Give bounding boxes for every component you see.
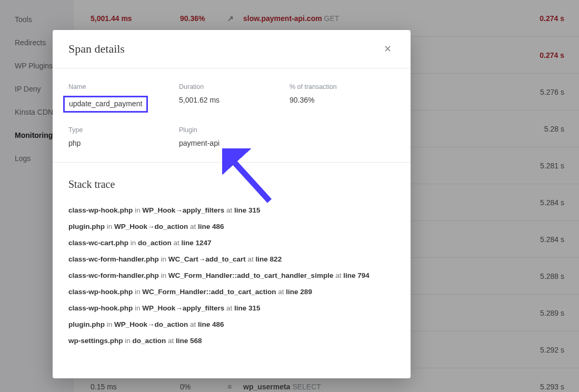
field-label: Name [68,83,179,91]
stack-trace-title: Stack trace [68,178,395,190]
field-value: php [68,139,179,147]
stack-frame: plugin.php in WP_Hook→do_action at line … [68,223,395,230]
field-pct: % of transaction 90.36% [290,83,395,113]
close-icon: ✕ [384,43,392,55]
frame-line: line 289 [286,288,312,296]
frame-file: class-wc-form-handler.php [68,272,159,279]
frame-file: class-wp-hook.php [68,304,133,312]
frame-line: line 822 [256,255,282,263]
stack-frame: class-wp-hook.php in WP_Hook→apply_filte… [68,206,395,214]
frame-function: WP_Hook→do_action [114,320,188,328]
modal-title: Span details [68,42,125,56]
field-value: 5,001.62 ms [179,96,290,104]
frame-function: WP_Hook→do_action [114,223,188,230]
field-value: update_card_payment [63,96,148,113]
frame-file: wp-settings.php [68,337,123,345]
frame-file: class-wc-form-handler.php [68,255,159,263]
field-label: Plugin [179,126,290,134]
frame-function: do_action [138,239,172,247]
frame-line: line 568 [176,337,202,345]
frame-line: line 486 [198,320,224,328]
frame-function: WP_Hook→apply_filters [142,304,224,312]
frame-function: WC_Form_Handler::add_to_cart_handler_sim… [168,272,334,279]
field-name: Name update_card_payment [68,83,179,113]
field-label: Type [68,126,179,134]
field-plugin: Plugin payment-api [179,126,290,147]
stack-frame: class-wc-form-handler.php in WC_Form_Han… [68,272,395,279]
field-label: Duration [179,83,290,91]
field-value: payment-api [179,139,290,147]
frame-line: line 315 [234,206,261,214]
frame-file: plugin.php [68,223,105,230]
span-details-modal: Span details ✕ Name update_card_payment … [53,30,411,378]
frame-file: class-wc-cart.php [68,239,128,247]
frame-file: class-wp-hook.php [68,206,133,214]
field-type: Type php [68,126,179,147]
modal-header: Span details ✕ [53,30,411,68]
field-label: % of transaction [290,83,395,91]
stack-frame: class-wp-hook.php in WC_Form_Handler::ad… [68,288,395,296]
frame-file: plugin.php [68,320,105,328]
frame-function: do_action [133,337,166,345]
stack-frame: class-wc-form-handler.php in WC_Cart→add… [68,255,395,263]
stack-frame: class-wp-hook.php in WP_Hook→apply_filte… [68,304,395,312]
stack-frame: class-wc-cart.php in do_action at line 1… [68,239,395,247]
modal-body: Name update_card_payment Duration 5,001.… [53,68,411,163]
frame-line: line 794 [343,272,370,279]
frame-line: line 315 [234,304,261,312]
frame-function: WP_Hook→apply_filters [142,206,224,214]
frame-function: WC_Form_Handler::add_to_cart_action [142,288,276,296]
stack-trace-section: Stack trace class-wp-hook.php in WP_Hook… [53,163,411,364]
frame-function: WC_Cart→add_to_cart [168,255,246,263]
frame-line: line 1247 [182,239,212,247]
field-value: 90.36% [290,96,395,104]
stack-frame: wp-settings.php in do_action at line 568 [68,337,395,345]
field-duration: Duration 5,001.62 ms [179,83,290,113]
stack-frame: plugin.php in WP_Hook→do_action at line … [68,320,395,328]
frame-line: line 486 [198,223,224,230]
close-button[interactable]: ✕ [380,42,395,56]
frame-file: class-wp-hook.php [68,288,133,296]
